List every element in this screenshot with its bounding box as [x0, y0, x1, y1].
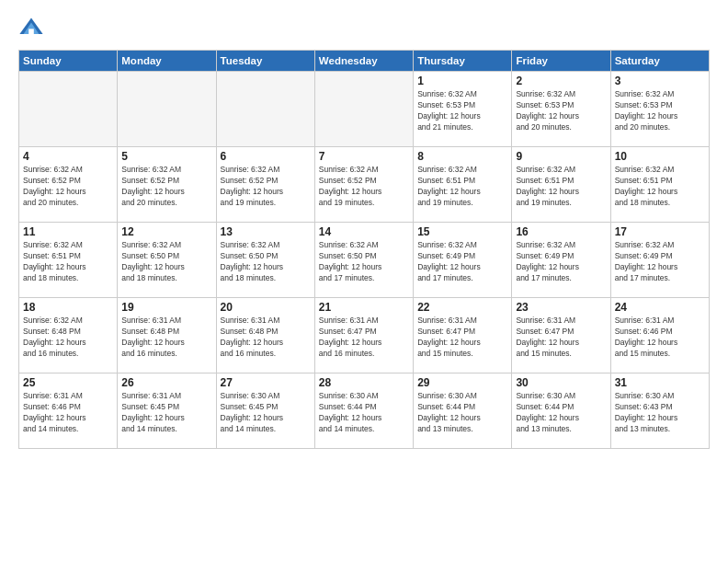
day-info: Sunrise: 6:32 AM Sunset: 6:49 PM Dayligh… — [516, 240, 606, 284]
day-cell-2: 2Sunrise: 6:32 AM Sunset: 6:53 PM Daylig… — [512, 72, 610, 147]
day-cell-14: 14Sunrise: 6:32 AM Sunset: 6:50 PM Dayli… — [314, 223, 413, 298]
day-info: Sunrise: 6:31 AM Sunset: 6:46 PM Dayligh… — [615, 316, 705, 360]
day-number: 15 — [417, 225, 507, 238]
day-info: Sunrise: 6:32 AM Sunset: 6:52 PM Dayligh… — [121, 165, 211, 209]
svg-rect-2 — [28, 29, 34, 34]
day-number: 5 — [121, 150, 211, 163]
day-cell-10: 10Sunrise: 6:32 AM Sunset: 6:51 PM Dayli… — [610, 147, 709, 223]
empty-cell — [118, 72, 216, 147]
day-cell-5: 5Sunrise: 6:32 AM Sunset: 6:52 PM Daylig… — [118, 147, 216, 223]
day-cell-19: 19Sunrise: 6:31 AM Sunset: 6:48 PM Dayli… — [118, 298, 216, 373]
day-info: Sunrise: 6:32 AM Sunset: 6:48 PM Dayligh… — [23, 316, 113, 360]
day-cell-26: 26Sunrise: 6:31 AM Sunset: 6:45 PM Dayli… — [118, 373, 216, 449]
day-info: Sunrise: 6:31 AM Sunset: 6:48 PM Dayligh… — [221, 316, 311, 360]
day-cell-28: 28Sunrise: 6:30 AM Sunset: 6:44 PM Dayli… — [314, 373, 413, 449]
day-info: Sunrise: 6:31 AM Sunset: 6:47 PM Dayligh… — [319, 316, 409, 360]
col-header-tuesday: Tuesday — [216, 51, 314, 72]
day-number: 10 — [615, 150, 705, 163]
day-number: 29 — [417, 376, 507, 389]
day-number: 20 — [221, 301, 311, 314]
day-info: Sunrise: 6:31 AM Sunset: 6:47 PM Dayligh… — [516, 316, 606, 360]
day-info: Sunrise: 6:30 AM Sunset: 6:43 PM Dayligh… — [615, 391, 705, 435]
day-info: Sunrise: 6:32 AM Sunset: 6:49 PM Dayligh… — [615, 240, 705, 284]
day-number: 9 — [516, 150, 606, 163]
day-info: Sunrise: 6:32 AM Sunset: 6:51 PM Dayligh… — [516, 165, 606, 209]
day-number: 2 — [516, 75, 606, 87]
day-info: Sunrise: 6:30 AM Sunset: 6:44 PM Dayligh… — [516, 391, 606, 435]
day-info: Sunrise: 6:32 AM Sunset: 6:49 PM Dayligh… — [417, 240, 507, 284]
day-cell-15: 15Sunrise: 6:32 AM Sunset: 6:49 PM Dayli… — [414, 223, 512, 298]
day-info: Sunrise: 6:31 AM Sunset: 6:45 PM Dayligh… — [121, 391, 211, 435]
col-header-sunday: Sunday — [19, 51, 118, 72]
day-info: Sunrise: 6:32 AM Sunset: 6:53 PM Dayligh… — [516, 89, 606, 133]
header — [18, 15, 710, 40]
day-number: 3 — [615, 75, 705, 87]
day-cell-13: 13Sunrise: 6:32 AM Sunset: 6:50 PM Dayli… — [216, 223, 314, 298]
day-number: 24 — [615, 301, 705, 314]
day-cell-21: 21Sunrise: 6:31 AM Sunset: 6:47 PM Dayli… — [314, 298, 413, 373]
day-cell-30: 30Sunrise: 6:30 AM Sunset: 6:44 PM Dayli… — [512, 373, 610, 449]
day-number: 18 — [23, 301, 113, 314]
day-cell-8: 8Sunrise: 6:32 AM Sunset: 6:51 PM Daylig… — [414, 147, 512, 223]
day-number: 14 — [319, 225, 409, 238]
day-info: Sunrise: 6:32 AM Sunset: 6:50 PM Dayligh… — [319, 240, 409, 284]
day-number: 4 — [23, 150, 113, 163]
day-cell-17: 17Sunrise: 6:32 AM Sunset: 6:49 PM Dayli… — [610, 223, 709, 298]
day-number: 12 — [121, 225, 211, 238]
day-cell-23: 23Sunrise: 6:31 AM Sunset: 6:47 PM Dayli… — [512, 298, 610, 373]
day-number: 13 — [221, 225, 311, 238]
day-number: 30 — [516, 376, 606, 389]
logo-icon — [18, 15, 44, 40]
day-cell-16: 16Sunrise: 6:32 AM Sunset: 6:49 PM Dayli… — [512, 223, 610, 298]
empty-cell — [19, 72, 118, 147]
day-info: Sunrise: 6:30 AM Sunset: 6:44 PM Dayligh… — [417, 391, 507, 435]
day-info: Sunrise: 6:32 AM Sunset: 6:52 PM Dayligh… — [319, 165, 409, 209]
day-number: 6 — [221, 150, 311, 163]
day-cell-29: 29Sunrise: 6:30 AM Sunset: 6:44 PM Dayli… — [414, 373, 512, 449]
day-info: Sunrise: 6:32 AM Sunset: 6:50 PM Dayligh… — [221, 240, 311, 284]
day-info: Sunrise: 6:32 AM Sunset: 6:53 PM Dayligh… — [417, 89, 507, 133]
day-number: 7 — [319, 150, 409, 163]
day-number: 23 — [516, 301, 606, 314]
day-info: Sunrise: 6:32 AM Sunset: 6:53 PM Dayligh… — [615, 89, 705, 133]
day-number: 8 — [417, 150, 507, 163]
week-row-1: 1Sunrise: 6:32 AM Sunset: 6:53 PM Daylig… — [19, 72, 710, 147]
week-row-5: 25Sunrise: 6:31 AM Sunset: 6:46 PM Dayli… — [19, 373, 710, 449]
day-info: Sunrise: 6:32 AM Sunset: 6:52 PM Dayligh… — [221, 165, 311, 209]
week-row-2: 4Sunrise: 6:32 AM Sunset: 6:52 PM Daylig… — [19, 147, 710, 223]
day-info: Sunrise: 6:32 AM Sunset: 6:50 PM Dayligh… — [121, 240, 211, 284]
week-row-3: 11Sunrise: 6:32 AM Sunset: 6:51 PM Dayli… — [19, 223, 710, 298]
day-number: 31 — [615, 376, 705, 389]
day-cell-7: 7Sunrise: 6:32 AM Sunset: 6:52 PM Daylig… — [314, 147, 413, 223]
day-number: 26 — [121, 376, 211, 389]
logo — [18, 15, 48, 40]
day-cell-12: 12Sunrise: 6:32 AM Sunset: 6:50 PM Dayli… — [118, 223, 216, 298]
col-header-wednesday: Wednesday — [314, 51, 413, 72]
day-info: Sunrise: 6:30 AM Sunset: 6:44 PM Dayligh… — [319, 391, 409, 435]
calendar-table: SundayMondayTuesdayWednesdayThursdayFrid… — [18, 50, 710, 449]
day-number: 25 — [23, 376, 113, 389]
day-number: 11 — [23, 225, 113, 238]
day-cell-20: 20Sunrise: 6:31 AM Sunset: 6:48 PM Dayli… — [216, 298, 314, 373]
day-info: Sunrise: 6:31 AM Sunset: 6:46 PM Dayligh… — [23, 391, 113, 435]
col-header-monday: Monday — [118, 51, 216, 72]
day-number: 19 — [121, 301, 211, 314]
calendar-header-row: SundayMondayTuesdayWednesdayThursdayFrid… — [19, 51, 710, 72]
day-cell-3: 3Sunrise: 6:32 AM Sunset: 6:53 PM Daylig… — [610, 72, 709, 147]
empty-cell — [314, 72, 413, 147]
day-cell-1: 1Sunrise: 6:32 AM Sunset: 6:53 PM Daylig… — [414, 72, 512, 147]
day-info: Sunrise: 6:32 AM Sunset: 6:51 PM Dayligh… — [417, 165, 507, 209]
col-header-friday: Friday — [512, 51, 610, 72]
day-cell-24: 24Sunrise: 6:31 AM Sunset: 6:46 PM Dayli… — [610, 298, 709, 373]
day-number: 28 — [319, 376, 409, 389]
day-number: 27 — [221, 376, 311, 389]
day-cell-25: 25Sunrise: 6:31 AM Sunset: 6:46 PM Dayli… — [19, 373, 118, 449]
day-number: 16 — [516, 225, 606, 238]
day-number: 17 — [615, 225, 705, 238]
empty-cell — [216, 72, 314, 147]
day-cell-4: 4Sunrise: 6:32 AM Sunset: 6:52 PM Daylig… — [19, 147, 118, 223]
day-cell-31: 31Sunrise: 6:30 AM Sunset: 6:43 PM Dayli… — [610, 373, 709, 449]
day-cell-11: 11Sunrise: 6:32 AM Sunset: 6:51 PM Dayli… — [19, 223, 118, 298]
day-cell-18: 18Sunrise: 6:32 AM Sunset: 6:48 PM Dayli… — [19, 298, 118, 373]
day-cell-27: 27Sunrise: 6:30 AM Sunset: 6:45 PM Dayli… — [216, 373, 314, 449]
